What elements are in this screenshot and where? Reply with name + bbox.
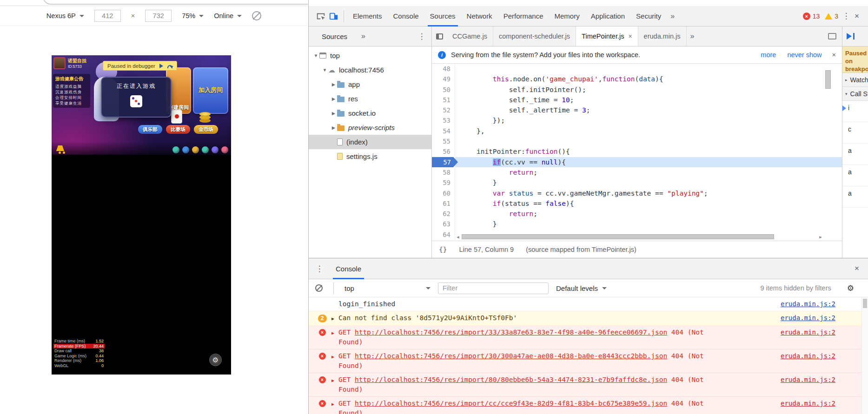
request-url-link[interactable]: http://localhost:7456/res/import/33/33a8… [355,329,667,336]
gold-arena-button[interactable]: 金币场 [194,125,218,134]
more-navigator-tabs-icon[interactable]: » [358,32,369,40]
device-width-input[interactable]: 412 [94,10,121,22]
mini-button-icon[interactable] [212,146,219,153]
message-source-link[interactable]: eruda.min.js:2 [781,299,835,309]
console-scrollbar[interactable] [861,297,868,414]
line-number[interactable]: 56 [432,146,455,157]
more-panels-icon[interactable]: » [667,12,678,20]
network-throttle-select[interactable]: Online [214,12,242,20]
expand-arrow-icon[interactable]: ▶ [327,351,338,361]
code-line-text[interactable]: initPointer:function(){ [455,146,842,157]
devtools-close-icon[interactable]: × [851,12,862,21]
code-line-text[interactable]: self._time = 10; [455,95,842,105]
code-line-text[interactable]: this.node.on('game_chupai',function(data… [455,74,842,84]
omnibox-fragment[interactable] [43,0,308,5]
console-settings-icon[interactable]: ⚙ [847,283,854,293]
tree-item-app[interactable]: ▶app [309,77,431,92]
panel-tab-security[interactable]: Security [630,6,667,26]
tree-item-localhost-7456[interactable]: ▼☁localhost:7456 [309,63,431,77]
devtools-menu-icon[interactable]: ⋮ [841,11,851,21]
navigator-menu-icon[interactable]: ⋮ [417,32,427,41]
mini-button-icon[interactable] [192,146,199,153]
expand-arrow-icon[interactable]: ▶ [327,328,338,338]
line-number[interactable]: 58 [432,167,455,177]
expand-arrow-icon[interactable]: ▶ [327,399,338,409]
tree-item--index-[interactable]: (index) [309,135,431,149]
tree-item-socket-io[interactable]: ▶socket.io [309,106,431,120]
line-number[interactable]: 63 [432,219,455,229]
console-filter-input[interactable] [438,283,549,294]
panel-tab-sources[interactable]: Sources [424,6,461,26]
message-source-link[interactable]: eruda.min.js:2 [781,399,835,408]
line-number[interactable]: 54 [432,126,455,136]
mini-button-icon[interactable] [172,146,179,153]
resume-script-icon[interactable] [159,64,163,68]
editor-tab-ccgame.js[interactable]: CCGame.js [447,26,493,46]
tab-console[interactable]: Console [329,258,368,279]
panel-tab-console[interactable]: Console [388,6,424,26]
request-url-link[interactable]: http://localhost:7456/res/import/30/300a… [355,352,667,360]
line-number[interactable]: 48 [432,64,455,74]
device-height-input[interactable]: 732 [145,10,172,22]
pretty-print-icon[interactable]: {} [439,246,447,253]
editor-horizontal-scrollbar[interactable]: ◀▶ [455,234,823,240]
panel-tab-memory[interactable]: Memory [549,6,585,26]
message-source-link[interactable]: eruda.min.js:2 [781,313,835,323]
call-stack-frame[interactable]: a [842,144,868,165]
player-card[interactable]: 诺盟自担 ID:5733 [53,57,86,69]
panel-tab-elements[interactable]: Elements [347,6,388,26]
line-number[interactable]: 62 [432,209,455,219]
panel-tab-network[interactable]: Network [461,6,498,26]
code-line-text[interactable]: self._alertTime = 3; [455,105,842,115]
editor-options-icon[interactable] [828,33,836,39]
line-number[interactable]: 51 [432,95,455,105]
editor-tab-timepointer.js[interactable]: TimePointer.js× [576,26,638,46]
line-number[interactable]: 52 [432,105,455,115]
step-over-icon[interactable] [167,65,172,68]
code-line-text[interactable] [455,136,842,146]
join-room-button[interactable]: 加入房间 [193,67,228,114]
line-number[interactable]: 60 [432,188,455,198]
inspect-element-icon[interactable] [314,10,327,23]
line-number[interactable]: 61 [432,198,455,209]
disclosure-arrow-icon[interactable]: ▼ [321,67,328,72]
rotate-icon[interactable] [252,11,261,20]
mini-button-icon[interactable] [221,146,228,153]
tree-item-preview-scripts[interactable]: ▶preview-scripts [309,120,431,135]
line-number[interactable]: 64 [432,230,455,240]
request-url-link[interactable]: http://localhost:7456/res/import/80/80eb… [355,376,667,383]
expand-arrow-icon[interactable]: ▶ [327,313,338,323]
device-toolbar-toggle-icon[interactable] [327,10,340,23]
drawer-close-icon[interactable]: × [851,264,862,273]
call-stack-frame[interactable]: a [842,165,868,186]
navigator-tab-sources[interactable]: Sources [322,33,347,40]
call-stack-frame[interactable]: i [842,101,868,122]
more-editor-tabs-icon[interactable]: » [687,32,698,40]
code-line-text[interactable]: return; [455,209,842,219]
breakpoint-line-number[interactable]: 57 [432,157,458,167]
line-number[interactable]: 59 [432,177,455,188]
code-line-text[interactable] [455,64,842,74]
zoom-select[interactable]: 75% [182,12,204,20]
line-number[interactable]: 53 [432,115,455,125]
infobar-close-icon[interactable]: × [832,51,836,59]
line-number[interactable]: 49 [432,74,455,84]
disclosure-arrow-icon[interactable]: ▶ [330,96,337,101]
editor-tab-component-scheduler.js[interactable]: component-scheduler.js [493,26,576,46]
shop-cart-icon[interactable] [56,145,64,151]
panel-tab-performance[interactable]: Performance [498,6,549,26]
match-arena-button[interactable]: 比赛场 [166,125,190,134]
toggle-navigator-icon[interactable] [432,26,447,46]
disclosure-arrow-icon[interactable]: ▼ [312,53,319,58]
tab-close-icon[interactable]: × [628,33,632,40]
call-stack-frame[interactable]: a [842,186,868,208]
code-line-text[interactable]: if(status == false){ [455,198,842,209]
club-button[interactable]: 俱乐部 [138,125,162,134]
drawer-menu-icon[interactable]: ⋮ [314,264,325,274]
message-source-link[interactable]: eruda.min.js:2 [781,328,835,337]
disclosure-arrow-icon[interactable]: ▶ [330,125,337,130]
infobar-more-link[interactable]: more [761,51,776,59]
console-levels-select[interactable]: Default levels [556,284,607,292]
expand-arrow-icon[interactable]: ▶ [327,375,338,385]
error-warning-badge[interactable]: × 13 3 [803,13,838,20]
